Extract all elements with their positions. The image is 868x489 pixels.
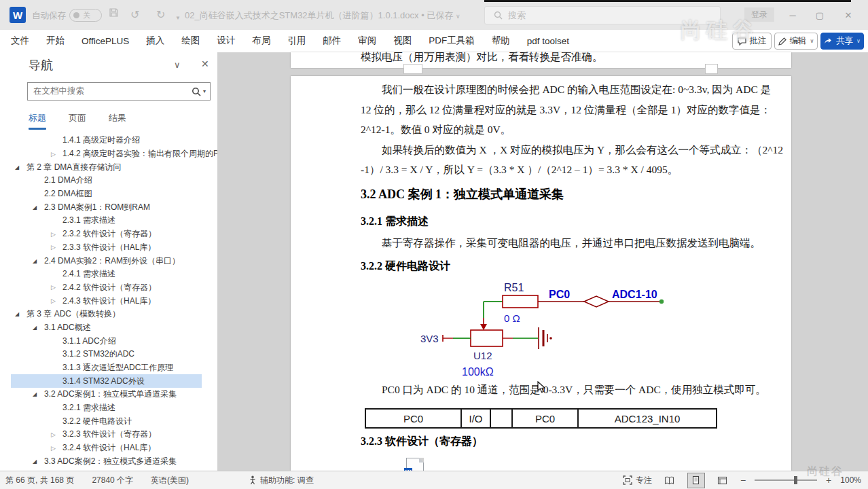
nav-heading-item[interactable]: 3.1.1 ADC介绍	[0, 334, 217, 348]
collapse-icon[interactable]: ◢	[15, 311, 26, 317]
ribbon-tab-1[interactable]: 文件	[11, 35, 29, 47]
nav-tab-2[interactable]: 页面	[69, 112, 86, 130]
nav-heading-item[interactable]: ▷2.3.3 软件设计（HAL库）	[0, 241, 217, 255]
zoom-percentage[interactable]: 100%	[840, 475, 861, 485]
resistor-body[interactable]	[503, 295, 538, 308]
nav-heading-list: 1.4.1 高级定时器介绍▷1.4.2 高级定时器实验：输出有限个周期的P...…	[0, 134, 217, 468]
nav-heading-item[interactable]: ◢2.3 DMA案例1：ROM到RAM	[0, 200, 217, 214]
ribbon-tab-4[interactable]: 插入	[146, 35, 164, 47]
zoom-out-button[interactable]: −	[740, 475, 746, 486]
nav-close-icon[interactable]: ✕	[201, 58, 209, 69]
nav-heading-item[interactable]: 2.4.1 需求描述	[0, 268, 217, 281]
nav-heading-item[interactable]: 3.1.4 STM32 ADC外设	[11, 374, 202, 388]
focus-mode-button[interactable]: 专注	[623, 475, 652, 486]
potentiometer-body[interactable]	[471, 330, 503, 346]
ribbon-tab-12[interactable]: PDF工具箱	[429, 35, 475, 47]
port-diamond	[584, 296, 609, 307]
editing-mode-button[interactable]: 编辑 ∨	[774, 33, 818, 50]
nav-collapse-icon[interactable]: ∨	[174, 60, 181, 70]
ribbon-tab-7[interactable]: 布局	[252, 35, 270, 47]
nav-heading-item[interactable]: 1.4.1 高级定时器介绍	[0, 134, 217, 147]
minimize-button[interactable]: ─	[782, 6, 803, 24]
collapse-icon[interactable]: ◢	[33, 458, 44, 465]
nav-heading-item[interactable]: 2.3.1 需求描述	[0, 214, 217, 228]
zoom-in-button[interactable]: +	[826, 475, 831, 486]
search-icon[interactable]	[192, 87, 201, 96]
read-mode-button[interactable]	[661, 473, 679, 488]
paragraph-line: 基于寄存器操作，采集可变电阻器的电压，并通过串口把电压数据发送到电脑端。	[382, 236, 752, 251]
nav-heading-item[interactable]: 2.1 DMA介绍	[0, 174, 217, 187]
nav-heading-item[interactable]: ▷3.2.4 软件设计（HAL库）	[0, 441, 217, 455]
expand-icon[interactable]: ▷	[51, 431, 62, 438]
ribbon-tab-10[interactable]: 审阅	[358, 35, 376, 47]
nav-heading-item[interactable]: ▷2.3.2 软件设计（寄存器）	[0, 228, 217, 241]
embedded-doc-icon[interactable]: W	[406, 458, 424, 471]
redo-icon[interactable]: ↻	[156, 8, 165, 22]
ribbon-tab-9[interactable]: 邮件	[323, 35, 341, 47]
collapse-icon[interactable]: ◢	[33, 325, 44, 331]
share-button[interactable]: 共享 ∨	[820, 33, 864, 50]
nav-heading-item[interactable]: 3.2.2 硬件电路设计	[0, 414, 217, 428]
document-page-current[interactable]: 我们一般在设计原理图的时候会把 ADC 的输入电压范围设定在: 0~3.3v, …	[291, 76, 791, 471]
close-button[interactable]: ✕	[838, 6, 858, 24]
nav-heading-item[interactable]: ◢3.1 ADC概述	[0, 321, 217, 335]
expand-icon[interactable]: ▷	[51, 284, 62, 291]
read-mode-icon	[664, 476, 674, 485]
undo-icon[interactable]: ↺	[130, 8, 139, 22]
nav-heading-item[interactable]: 3.1.3 逐次逼近型ADC工作原理	[0, 361, 217, 375]
nav-heading-label: 2.4.2 软件设计（寄存器）	[62, 282, 156, 293]
accessibility-status[interactable]: 辅助功能: 调查	[249, 475, 314, 486]
nav-heading-item[interactable]: ◢第 3 章 ADC（模数转换）	[0, 308, 217, 321]
nav-heading-item[interactable]: ◢3.3 ADC案例2：独立模式多通道采集	[0, 455, 217, 469]
expand-icon[interactable]: ▷	[51, 151, 62, 158]
nav-tab-3[interactable]: 结果	[109, 112, 126, 130]
collapse-icon[interactable]: ◢	[33, 258, 44, 264]
nav-heading-item[interactable]: ▷3.2.3 软件设计（寄存器）	[0, 428, 217, 441]
web-layout-button[interactable]	[714, 473, 731, 488]
expand-icon[interactable]: ▷	[51, 244, 62, 251]
nav-heading-item[interactable]: ▷2.4.3 软件设计（HAL库）	[0, 294, 217, 308]
ribbon-tab-5[interactable]: 绘图	[181, 35, 200, 47]
ribbon-tab-13[interactable]: 帮助	[492, 35, 510, 47]
word-count[interactable]: 27840 个字	[92, 475, 133, 486]
save-icon[interactable]	[109, 7, 119, 21]
zoom-slider[interactable]	[755, 475, 817, 485]
comments-button[interactable]: 批注	[732, 33, 772, 50]
ribbon-tab-3[interactable]: OfficePLUS	[82, 36, 129, 46]
print-layout-icon	[691, 475, 700, 485]
collapse-icon[interactable]: ◢	[33, 204, 44, 211]
ribbon-tab-2[interactable]: 开始	[46, 35, 65, 47]
expand-icon[interactable]: ▷	[51, 231, 62, 238]
nav-heading-item[interactable]: ◢3.2 ADC案例1：独立模式单通道采集	[0, 388, 217, 401]
ribbon-tab-14[interactable]: pdf toolset	[527, 36, 569, 46]
document-canvas[interactable]: 模拟电压（用万用表测）对比，看看转换是否准确。 我们一般在设计原理图的时候会把 …	[217, 52, 868, 471]
ribbon-tab-8[interactable]: 引用	[287, 35, 306, 47]
nav-tab-1[interactable]: 标题	[29, 112, 46, 130]
qat-customize-icon[interactable]: ▼	[175, 12, 181, 25]
page-indicator[interactable]: 第 66 页, 共 168 页	[5, 475, 74, 486]
search-box[interactable]: 搜索	[484, 6, 721, 24]
maximize-button[interactable]: ▢	[810, 6, 830, 24]
nav-heading-label: 2.3 DMA案例1：ROM到RAM	[44, 202, 150, 213]
nav-heading-item[interactable]: ◢第 2 章 DMA直接存储访问	[0, 160, 217, 174]
collapse-icon[interactable]: ◢	[15, 164, 26, 170]
word-logo-icon[interactable]: W	[10, 7, 26, 23]
language-indicator[interactable]: 英语(美国)	[151, 475, 189, 486]
nav-heading-item[interactable]: 2.2 DMA框图	[0, 187, 217, 201]
document-search-input[interactable]: 在文档中搜索 ▾	[27, 82, 211, 101]
nav-heading-item[interactable]: 3.2.1 需求描述	[0, 401, 217, 415]
nav-heading-item[interactable]: ◢2.4 DMA实验2：RAM到外设（串口）	[0, 254, 217, 268]
collapse-icon[interactable]: ◢	[33, 391, 44, 397]
expand-icon[interactable]: ▷	[51, 297, 62, 304]
print-layout-button[interactable]	[687, 473, 705, 488]
expand-icon[interactable]: ▷	[51, 445, 62, 452]
search-options-dropdown-icon[interactable]: ▾	[203, 88, 206, 94]
nav-heading-item[interactable]: 3.1.2 STM32的ADC	[0, 348, 217, 361]
ribbon-tab-6[interactable]: 设计	[217, 35, 235, 47]
sign-in-button[interactable]: 登录	[744, 7, 774, 22]
nav-heading-item[interactable]: ▷2.4.2 软件设计（寄存器）	[0, 281, 217, 295]
autosave-toggle[interactable]: 关	[69, 9, 102, 22]
nav-heading-item[interactable]: ▷1.4.2 高级定时器实验：输出有限个周期的P...	[0, 147, 217, 161]
ribbon-tab-11[interactable]: 视图	[393, 35, 412, 47]
zoom-slider-thumb[interactable]	[794, 476, 797, 484]
